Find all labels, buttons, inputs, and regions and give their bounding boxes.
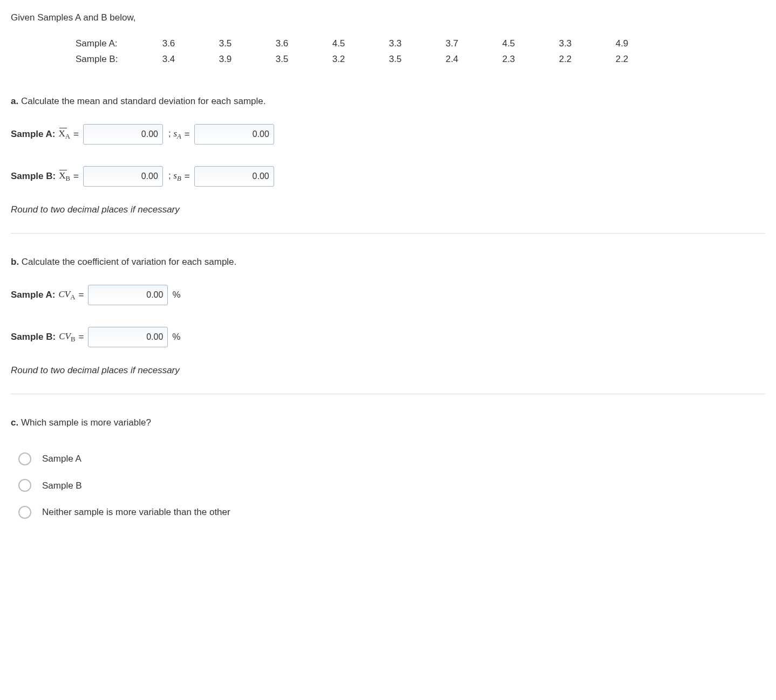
- sample-data-table: Sample A: 3.6 3.5 3.6 4.5 3.3 3.7 4.5 3.…: [11, 36, 765, 67]
- sample-a-label: Sample A:: [76, 37, 140, 51]
- equals-sign: =: [185, 127, 190, 141]
- data-val: 3.3: [537, 37, 594, 51]
- divider: [11, 394, 765, 394]
- radio-label: Sample A: [42, 452, 81, 466]
- cv-b-symbol: CVB: [59, 330, 75, 345]
- mean-a-input[interactable]: [83, 124, 163, 145]
- equals-sign: =: [78, 330, 84, 344]
- divider: [11, 233, 765, 234]
- radio-option-sample-b[interactable]: Sample B: [11, 472, 765, 499]
- part-a-title: a. Calculate the mean and standard devia…: [11, 94, 765, 108]
- equals-sign: =: [185, 169, 190, 183]
- cv-a-row: Sample A: CVA = %: [11, 285, 765, 305]
- xbar-b-symbol: XB: [59, 169, 70, 184]
- sample-a-lead: Sample A:: [11, 127, 56, 141]
- radio-label: Sample B: [42, 479, 82, 493]
- subscript: A: [177, 133, 181, 140]
- data-val: 2.3: [480, 52, 537, 66]
- part-b-letter: b.: [11, 257, 19, 267]
- data-val: 2.4: [424, 52, 480, 66]
- part-a-letter: a.: [11, 96, 18, 106]
- separator: ; sA: [168, 127, 181, 142]
- radio-group: Sample A Sample B Neither sample is more…: [11, 445, 765, 526]
- semicolon: ;: [168, 170, 171, 181]
- subscript: B: [177, 175, 181, 182]
- cv-b-lead: Sample B:: [11, 330, 56, 344]
- sample-a-row: Sample A: 3.6 3.5 3.6 4.5 3.3 3.7 4.5 3.…: [76, 36, 765, 52]
- part-b-text: Calculate the coefficient of variation f…: [19, 257, 236, 267]
- radio-icon: [18, 506, 31, 519]
- data-val: 3.4: [140, 52, 197, 66]
- radio-option-neither[interactable]: Neither sample is more variable than the…: [11, 499, 765, 526]
- subscript: A: [70, 293, 75, 301]
- data-val: 2.2: [537, 52, 594, 66]
- sample-b-lead: Sample B:: [11, 169, 56, 183]
- data-val: 3.5: [254, 52, 310, 66]
- data-val: 3.7: [424, 37, 480, 51]
- radio-label: Neither sample is more variable than the…: [42, 505, 230, 519]
- part-c-letter: c.: [11, 417, 18, 428]
- data-val: 3.3: [367, 37, 424, 51]
- separator: ; sB: [168, 169, 181, 184]
- sd-b-input[interactable]: [194, 166, 274, 187]
- xbar-a-symbol: XA: [59, 127, 71, 142]
- part-c-text: Which sample is more variable?: [18, 417, 151, 428]
- intro-text: Given Samples A and B below,: [11, 11, 765, 25]
- cv-b-input[interactable]: [88, 327, 168, 347]
- data-val: 3.2: [310, 52, 367, 66]
- data-val: 3.9: [197, 52, 254, 66]
- data-val: 4.9: [594, 37, 650, 51]
- part-b-note: Round to two decimal places if necessary: [11, 363, 765, 378]
- cv-a-lead: Sample A:: [11, 288, 56, 302]
- part-c-title: c. Which sample is more variable?: [11, 416, 765, 430]
- subscript: B: [71, 335, 76, 343]
- mean-b-input[interactable]: [83, 166, 163, 187]
- equals-sign: =: [78, 288, 84, 302]
- cv-a-input[interactable]: [88, 285, 168, 305]
- data-val: 3.6: [254, 37, 310, 51]
- sample-b-label: Sample B:: [76, 52, 140, 66]
- cv-a-symbol: CVA: [59, 287, 76, 303]
- radio-option-sample-a[interactable]: Sample A: [11, 445, 765, 472]
- data-val: 3.5: [367, 52, 424, 66]
- data-val: 4.5: [480, 37, 537, 51]
- equals-sign: =: [73, 169, 79, 183]
- semicolon: ;: [168, 128, 171, 139]
- part-a-text: Calculate the mean and standard deviatio…: [18, 96, 266, 106]
- data-val: 3.5: [197, 37, 254, 51]
- s-a-symbol: sA: [173, 128, 181, 139]
- subscript: B: [65, 175, 70, 182]
- s-b-symbol: sB: [173, 170, 181, 181]
- part-a-note: Round to two decimal places if necessary: [11, 203, 765, 217]
- data-val: 2.2: [594, 52, 650, 66]
- sample-b-row: Sample B: 3.4 3.9 3.5 3.2 3.5 2.4 2.3 2.…: [76, 51, 765, 67]
- sample-a-mean-sd-row: Sample A: XA = ; sA =: [11, 124, 765, 145]
- sd-a-input[interactable]: [194, 124, 274, 145]
- radio-icon: [18, 452, 31, 465]
- subscript: A: [65, 133, 70, 140]
- sample-b-mean-sd-row: Sample B: XB = ; sB =: [11, 166, 765, 187]
- data-val: 4.5: [310, 37, 367, 51]
- percent-sign: %: [172, 330, 180, 344]
- data-val: 3.6: [140, 37, 197, 51]
- cv-b-row: Sample B: CVB = %: [11, 327, 765, 347]
- percent-sign: %: [172, 288, 180, 302]
- radio-icon: [18, 479, 31, 492]
- part-b-title: b. Calculate the coefficient of variatio…: [11, 255, 765, 269]
- equals-sign: =: [73, 127, 79, 141]
